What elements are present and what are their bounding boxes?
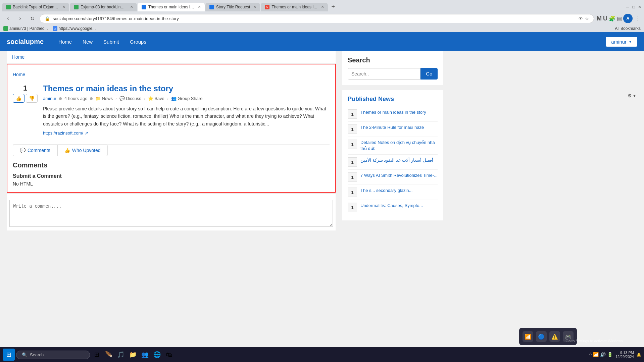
tab-label-2: Exjamp-03 for backLing Type - ... [81, 5, 127, 9]
group-icon: 👥 [171, 96, 177, 101]
taskbar-search[interactable]: 🔍 Search [16, 351, 90, 359]
news-title-link[interactable]: Themes or main ideas in the story [360, 109, 426, 115]
tray-battery-icon[interactable]: 🔋 [607, 352, 613, 357]
popup-icon-alert[interactable]: ⚠️ [549, 331, 560, 342]
tag-group-share[interactable]: 👥 Group Share [171, 96, 202, 101]
minimize-button[interactable]: ─ [625, 5, 630, 9]
user-menu-button[interactable]: aminur ▼ [606, 37, 637, 47]
forward-button[interactable]: › [15, 14, 25, 23]
news-item: 1 أفضل أسعار آلات عد النقود شركة الأمين [348, 155, 438, 170]
taskbar-icon-widgets[interactable]: ⊞ [91, 349, 102, 360]
m-icon[interactable]: M [597, 15, 602, 22]
reading-mode-icon[interactable]: ▤ [617, 15, 622, 22]
taskbar-icon-edge[interactable]: 🌐 [152, 349, 162, 360]
url-icons: 👁 ☆ [579, 16, 589, 21]
tag-news[interactable]: 📁 News [95, 96, 113, 101]
vote-section: 1 👍 👎 [13, 84, 38, 136]
browser-tab-3[interactable]: Themes or main ideas in the sto... ✕ [138, 3, 205, 11]
browser-actions: M U 🧩 ▤ A ⋮ [597, 14, 641, 23]
activate-windows-notice: Go to Settings to activate Windows. [565, 339, 624, 344]
downvote-button[interactable]: 👎 [26, 94, 38, 103]
comment-textarea[interactable] [9, 200, 333, 227]
all-bookmarks[interactable]: All Bookmarks [615, 26, 641, 31]
post-external-link[interactable]: https://razinsoft.com/ ↗ [43, 131, 88, 136]
close-button[interactable]: ✕ [637, 5, 642, 9]
published-news-widget: Published News 1 Themes or main ideas in… [342, 90, 443, 220]
news-title-link[interactable]: Detailed Notes on dịch vụ chuyển nhà thủ… [360, 140, 438, 152]
news-count: 1 [348, 124, 357, 134]
search-input[interactable] [348, 68, 420, 80]
maximize-button[interactable]: □ [631, 5, 636, 9]
bookmark-favicon-1 [3, 26, 8, 31]
tag-discuss[interactable]: 💬 Discuss [119, 96, 141, 101]
post-title[interactable]: Themes or main ideas in the story [43, 84, 330, 93]
popup-icon-bluetooth[interactable]: 🔵 [536, 331, 547, 342]
browser-tab-4[interactable]: Story Title Request ✕ [205, 3, 260, 11]
search-go-button[interactable]: Go [420, 68, 438, 80]
news-title-link[interactable]: أفضل أسعار آلات عد النقود شركة الأمين [360, 157, 433, 163]
star-icon[interactable]: ☆ [585, 16, 589, 21]
news-item: 1 7 Ways AI Smith Revolutionizes Time-..… [348, 170, 438, 185]
tab-close-2[interactable]: ✕ [130, 5, 133, 9]
save-icon: ⭐ [148, 96, 153, 101]
search-form: Go [348, 68, 438, 80]
post-author[interactable]: aminur [43, 96, 56, 101]
breadcrumb-home-link[interactable]: Home [12, 54, 24, 60]
browser-tab-2[interactable]: Exjamp-03 for backLing Type - ... ✕ [70, 3, 137, 11]
bookmark-1[interactable]: aminur73 | Pantheo... [3, 26, 48, 31]
start-button[interactable]: ⊞ [3, 349, 15, 361]
profile-button[interactable]: A [623, 14, 633, 23]
nav-submit[interactable]: Submit [99, 36, 124, 47]
system-tray: ^ 📶 🔊 🔋 [589, 352, 613, 357]
tab-favicon-1 [6, 5, 11, 9]
news-title-link[interactable]: The 2-Minute Rule for maui haze [360, 124, 424, 131]
breadcrumb-inner-link[interactable]: Home [13, 72, 25, 77]
search-taskbar-icon: 🔍 [22, 352, 27, 357]
nav-home[interactable]: Home [54, 36, 77, 47]
nav-groups[interactable]: Groups [125, 36, 151, 47]
news-title-link[interactable]: The s... secondary glazin... [360, 188, 412, 194]
bookmark-2[interactable]: G https://www.google... [53, 26, 96, 31]
tag-group-share-link[interactable]: Group Share [178, 96, 202, 101]
taskbar-icon-teams[interactable]: 👥 [140, 349, 150, 360]
tray-network-icon[interactable]: 📶 [593, 352, 599, 357]
extensions-icon[interactable]: 🧩 [609, 15, 615, 22]
tray-up-icon[interactable]: ^ [589, 352, 592, 357]
taskbar-icon-files[interactable]: 📁 [128, 349, 138, 360]
news-title-link[interactable]: 7 Ways AI Smith Revolutionizes Time-... [360, 172, 438, 178]
tag-save[interactable]: ⭐ Save [148, 96, 164, 101]
tab-close-5[interactable]: ✕ [321, 5, 324, 9]
activate-windows-text: Go to Settings to activate Windows. [565, 339, 624, 343]
news-title-link[interactable]: Undermatitis: Causes, Sympto... [360, 203, 423, 209]
tag-discuss-link[interactable]: Discuss [126, 96, 141, 101]
browser-tab-5[interactable]: G Themes or main ideas in the st... ✕ [261, 3, 328, 11]
new-tab-button[interactable]: + [329, 2, 338, 12]
folder-icon: 📁 [95, 96, 101, 101]
tab-close-1[interactable]: ✕ [62, 5, 65, 9]
url-bar[interactable]: 🔒 socialupme.com/story4197184/themes-or-… [40, 14, 594, 23]
who-upvoted-tab[interactable]: 👍 Who Upvoted [57, 145, 108, 156]
tab-label-3: Themes or main ideas in the sto... [148, 5, 195, 9]
taskbar-icon-music[interactable]: 🎵 [115, 349, 126, 360]
settings-button[interactable]: ⚙ ▾ [625, 92, 638, 100]
tag-save-link[interactable]: Save [154, 96, 164, 101]
browser-tab-1[interactable]: Backlink Type of Exjamp-03 - G... ✕ [2, 3, 69, 11]
u-icon[interactable]: U [603, 15, 607, 22]
popup-icon-wifi[interactable]: 📶 [523, 331, 533, 342]
tracking-icon: 👁 [579, 16, 583, 21]
nav-new[interactable]: New [78, 36, 97, 47]
comments-tab[interactable]: 💬 Comments [13, 145, 57, 156]
taskbar-icon-store[interactable]: 🛍 [164, 349, 175, 360]
menu-icon[interactable]: ⋮ [635, 15, 641, 22]
tab-close-4[interactable]: ✕ [253, 5, 256, 9]
post-card: 1 👍 👎 Themes or main ideas in the story … [13, 81, 330, 139]
notification-icon[interactable]: 🔔 [637, 353, 641, 357]
taskbar-icon-feather[interactable]: 🪶 [103, 349, 114, 360]
back-button[interactable]: ‹ [3, 14, 13, 23]
tag-news-link[interactable]: News [102, 96, 113, 101]
clock[interactable]: 9:13 PM 12/29/2024 [615, 351, 634, 359]
tab-close-3[interactable]: ✕ [198, 5, 201, 9]
tray-volume-icon[interactable]: 🔊 [600, 352, 606, 357]
upvote-button[interactable]: 👍 [13, 94, 24, 103]
reload-button[interactable]: ↻ [28, 14, 37, 23]
